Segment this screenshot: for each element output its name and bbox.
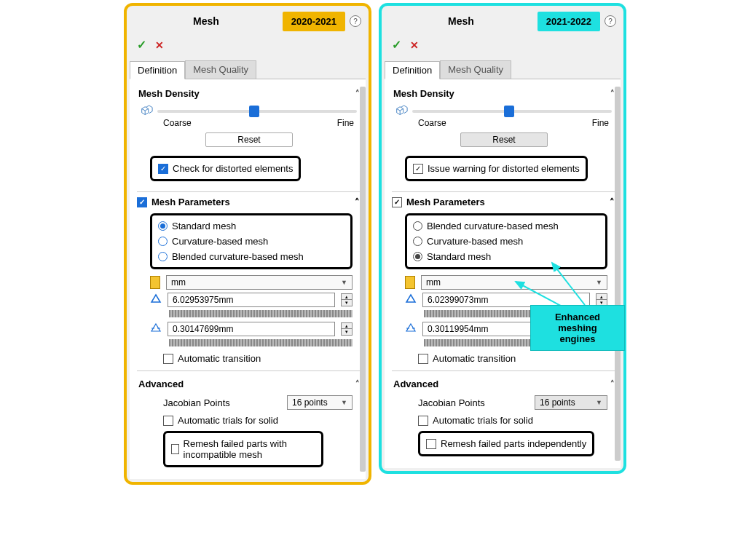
checkbox-icon xyxy=(392,197,402,207)
ok-icon[interactable]: ✓ xyxy=(392,38,401,52)
section-mesh-density[interactable]: Mesh Density ˄ xyxy=(137,85,361,102)
cancel-icon[interactable]: ✕ xyxy=(410,39,419,51)
coarse-label: Coarse xyxy=(418,118,446,128)
ruler-icon xyxy=(150,276,160,289)
checkbox-icon xyxy=(418,416,428,426)
jacobian-label: Jacobian Points xyxy=(163,397,281,408)
jacobian-combo[interactable]: 16 points ▼ xyxy=(535,395,607,410)
global-size-row: 6.02953975mm ▴▾ xyxy=(150,293,353,307)
section-title: Advanced xyxy=(138,379,184,389)
highlight-remesh: Remesh failed parts with incompatible me… xyxy=(163,431,323,467)
chevron-up-icon: ˄ xyxy=(355,197,360,207)
slider-labels: Coarse Fine xyxy=(137,118,361,128)
combo-value: 16 points xyxy=(292,397,328,408)
checkbox-icon xyxy=(418,354,428,364)
tab-bar: Definition Mesh Quality xyxy=(130,59,366,79)
radio-standard-mesh[interactable]: Standard mesh xyxy=(158,218,344,234)
reset-button[interactable]: Reset xyxy=(205,132,293,147)
tolerance-icon xyxy=(150,322,162,336)
section-mesh-parameters[interactable]: Mesh Parameters ˄ xyxy=(392,197,616,210)
check-remesh-failed[interactable]: Remesh failed parts independently xyxy=(426,436,586,451)
panel-content: Mesh Density ˄ Coarse Fine Reset Check f xyxy=(130,79,366,479)
density-slider[interactable] xyxy=(412,110,612,113)
checkbox-icon xyxy=(158,164,168,174)
check-auto-trials[interactable]: Automatic trials for solid xyxy=(163,413,361,428)
checkbox-icon xyxy=(163,416,173,426)
check-auto-transition[interactable]: Automatic transition xyxy=(163,351,361,366)
tolerance-row: 0.30147699mm ▴▾ xyxy=(150,322,353,336)
global-size-icon xyxy=(150,293,162,307)
action-bar: ✓ ✕ xyxy=(130,33,366,59)
section-advanced[interactable]: Advanced ˄ xyxy=(137,376,361,392)
section-advanced[interactable]: Advanced ˄ xyxy=(392,376,616,392)
check-distorted-warning[interactable]: Issue warning for distorted elements xyxy=(413,161,580,176)
chevron-up-icon: ˄ xyxy=(610,197,615,207)
tab-definition[interactable]: Definition xyxy=(385,61,440,79)
tab-bar: Definition Mesh Quality xyxy=(385,59,621,79)
radio-label: Blended curvature-based mesh xyxy=(427,221,559,231)
highlight-remesh: Remesh failed parts independently xyxy=(418,431,594,456)
check-auto-transition[interactable]: Automatic transition xyxy=(418,351,616,366)
version-badge: 2020-2021 xyxy=(283,12,345,31)
checkbox-icon xyxy=(426,439,436,449)
unit-row: mm ▼ xyxy=(150,275,353,290)
radio-icon xyxy=(158,237,168,246)
radio-label: Curvature-based mesh xyxy=(172,236,268,247)
check-auto-trials[interactable]: Automatic trials for solid xyxy=(418,413,616,428)
version-badge: 2021-2022 xyxy=(538,12,600,31)
section-mesh-parameters[interactable]: Mesh Parameters ˄ xyxy=(137,197,361,210)
radio-icon xyxy=(413,252,422,261)
combo-value: mm xyxy=(171,277,186,288)
radio-blended-mesh[interactable]: Blended curvature-based mesh xyxy=(158,249,344,264)
input-value: 6.02399073mm xyxy=(428,295,488,305)
tolerance-input[interactable]: 0.30147699mm xyxy=(168,322,335,336)
section-mesh-density[interactable]: Mesh Density ˄ xyxy=(392,85,616,102)
spinner[interactable]: ▴▾ xyxy=(341,322,353,336)
section-title: Mesh Parameters xyxy=(406,197,605,207)
titlebar: Mesh 2020-2021 ? xyxy=(130,9,366,33)
radio-curvature-mesh[interactable]: Curvature-based mesh xyxy=(413,234,599,249)
panel-inner: Mesh 2021-2022 ? ✓ ✕ Definition Mesh Qua… xyxy=(385,9,621,468)
reset-button[interactable]: Reset xyxy=(460,132,548,147)
slider-scale xyxy=(169,339,353,346)
mesh-cube-icon xyxy=(140,105,153,118)
check-remesh-failed[interactable]: Remesh failed parts with incompatible me… xyxy=(171,436,315,462)
check-distorted[interactable]: Check for distorted elements xyxy=(158,161,293,176)
help-icon[interactable]: ? xyxy=(350,15,361,27)
density-slider[interactable] xyxy=(157,110,357,113)
radio-standard-mesh[interactable]: Standard mesh xyxy=(413,249,599,264)
unit-combo[interactable]: mm ▼ xyxy=(166,275,353,290)
tab-mesh-quality[interactable]: Mesh Quality xyxy=(185,60,256,79)
check-label: Automatic trials for solid xyxy=(178,415,278,426)
panel-title: Mesh xyxy=(134,15,278,27)
density-slider-row xyxy=(137,102,361,118)
jacobian-combo[interactable]: 16 points ▼ xyxy=(287,395,353,410)
help-icon[interactable]: ? xyxy=(605,15,616,27)
cancel-icon[interactable]: ✕ xyxy=(155,39,164,51)
panel-title: Mesh xyxy=(389,15,533,27)
tab-mesh-quality[interactable]: Mesh Quality xyxy=(440,60,511,79)
global-size-icon xyxy=(405,293,417,307)
scrollbar[interactable] xyxy=(360,87,366,472)
mesh-cube-icon xyxy=(395,105,408,118)
radio-curvature-mesh[interactable]: Curvature-based mesh xyxy=(158,234,344,249)
check-label: Remesh failed parts independently xyxy=(441,438,586,449)
unit-row: mm ▼ xyxy=(405,275,607,290)
slider-scale xyxy=(169,310,353,317)
section-title: Mesh Density xyxy=(393,88,454,99)
check-label: Automatic transition xyxy=(433,353,516,364)
check-label: Automatic transition xyxy=(178,353,261,364)
tab-definition[interactable]: Definition xyxy=(130,61,185,79)
scrollbar[interactable] xyxy=(615,87,621,461)
ok-icon[interactable]: ✓ xyxy=(137,38,146,52)
unit-combo[interactable]: mm ▼ xyxy=(421,275,607,290)
fine-label: Fine xyxy=(337,118,354,128)
jacobian-row: Jacobian Points 16 points ▼ xyxy=(163,395,353,410)
radio-blended-mesh[interactable]: Blended curvature-based mesh xyxy=(413,218,599,234)
titlebar: Mesh 2021-2022 ? xyxy=(385,9,621,33)
spinner[interactable]: ▴▾ xyxy=(341,293,353,306)
check-label: Remesh failed parts with incompatible me… xyxy=(184,438,315,460)
checkbox-icon xyxy=(413,164,423,174)
global-size-input[interactable]: 6.02953975mm xyxy=(168,293,335,307)
check-label: Check for distorted elements xyxy=(173,163,293,174)
